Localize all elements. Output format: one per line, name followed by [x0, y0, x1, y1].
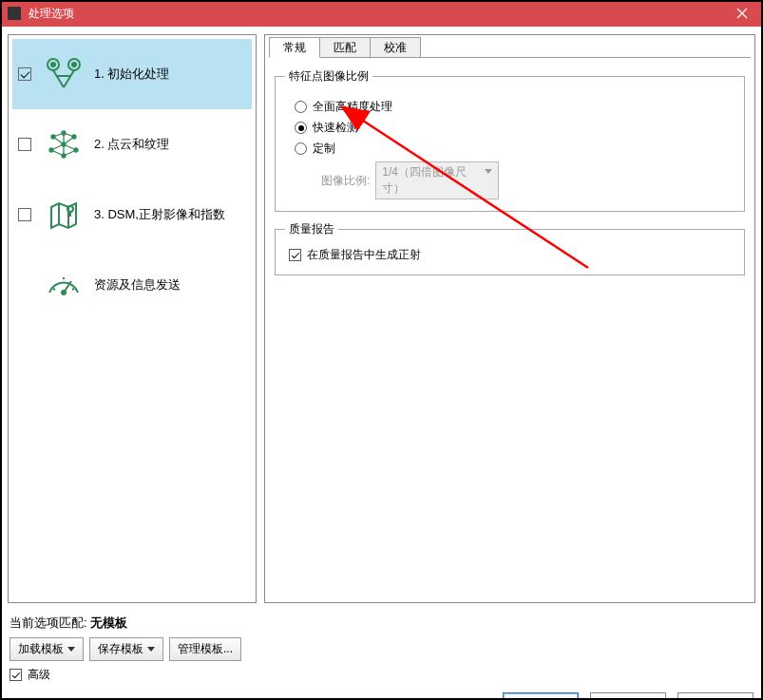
template-match-row: 当前选项匹配: 无模板	[10, 615, 753, 632]
radio-full[interactable]: 全面高精度处理	[295, 99, 734, 115]
svg-line-16	[53, 137, 64, 144]
help-button[interactable]: Help	[677, 692, 753, 700]
tabs: 常规 匹配 校准	[269, 37, 751, 58]
checkbox-icon[interactable]	[289, 249, 301, 261]
sidebar-checkbox[interactable]	[18, 67, 31, 81]
radio-custom[interactable]: 定制	[295, 141, 734, 157]
radio-fast[interactable]: 快速检测	[295, 120, 734, 136]
sidebar-checkbox[interactable]	[18, 138, 31, 151]
radio-label: 定制	[313, 141, 335, 157]
ok-button[interactable]: OK	[503, 692, 579, 700]
radio-icon[interactable]	[295, 101, 307, 113]
image-scale-select[interactable]: 1/4（四倍图像尺寸）	[375, 161, 499, 199]
svg-line-19	[64, 144, 76, 150]
gears-icon	[41, 54, 86, 94]
advanced-checkbox[interactable]	[10, 669, 22, 681]
svg-point-31	[62, 291, 66, 294]
svg-line-24	[51, 150, 64, 156]
image-scale-row: 图像比例: 1/4（四倍图像尺寸）	[321, 161, 734, 199]
sidebar: 1. 初始化处理 2. 点云和纹理 3. DSM,正射影像和指数 资源及信息发送	[8, 34, 257, 603]
match-prefix: 当前选项匹配:	[10, 615, 90, 630]
svg-line-32	[53, 289, 55, 290]
sidebar-item-resources[interactable]: 资源及信息发送	[12, 250, 252, 320]
advanced-row[interactable]: 高级	[10, 667, 753, 683]
svg-line-17	[64, 137, 74, 144]
tab-general[interactable]: 常规	[269, 37, 320, 58]
svg-point-28	[67, 206, 73, 212]
tab-matching[interactable]: 匹配	[319, 37, 371, 58]
tab-calibration[interactable]: 校准	[370, 37, 421, 58]
window-title: 处理选项	[29, 6, 721, 22]
close-icon	[736, 8, 748, 19]
sidebar-item-label: 3. DSM,正射影像和指数	[94, 206, 225, 223]
manage-template-button[interactable]: 管理模板...	[169, 637, 241, 661]
advanced-label: 高级	[28, 667, 50, 683]
dialog-buttons: OK Cancel Help	[0, 692, 763, 700]
quality-group: 质量报告 在质量报告中生成正射	[275, 221, 745, 275]
sidebar-item-label: 1. 初始化处理	[94, 66, 169, 83]
sidebar-checkbox[interactable]	[18, 208, 31, 221]
svg-point-3	[51, 63, 55, 66]
content-panel: 常规 匹配 校准 特征点图像比例 全面高精度处理 快速检测 定制	[264, 34, 755, 603]
titlebar: 处理选项	[0, 0, 763, 27]
checkbox-label: 在质量报告中生成正射	[307, 247, 421, 263]
sidebar-item-label: 2. 点云和纹理	[94, 136, 169, 153]
sidebar-item-pointcloud[interactable]: 2. 点云和纹理	[12, 109, 252, 180]
svg-line-25	[64, 150, 76, 156]
match-value: 无模板	[90, 615, 127, 630]
quality-legend: 质量报告	[285, 221, 338, 237]
chevron-down-icon	[67, 647, 75, 652]
radio-label: 全面高精度处理	[313, 99, 392, 115]
network-icon	[41, 124, 86, 164]
features-legend: 特征点图像比例	[285, 68, 372, 85]
svg-line-33	[72, 289, 74, 290]
sidebar-item-init[interactable]: 1. 初始化处理	[12, 39, 252, 109]
svg-point-5	[72, 63, 76, 66]
radio-label: 快速检测	[313, 120, 358, 136]
save-template-button[interactable]: 保存模板	[89, 637, 163, 661]
chevron-down-icon	[147, 647, 155, 652]
gauge-icon	[41, 265, 86, 305]
svg-line-6	[53, 70, 64, 87]
cancel-button[interactable]: Cancel	[590, 692, 666, 700]
sidebar-item-label: 资源及信息发送	[94, 276, 181, 293]
quality-ortho-row[interactable]: 在质量报告中生成正射	[289, 247, 734, 263]
features-group: 特征点图像比例 全面高精度处理 快速检测 定制 图像比例: 1/4（四倍图像尺寸…	[275, 68, 745, 212]
map-icon	[41, 195, 86, 235]
radio-icon[interactable]	[295, 142, 307, 155]
radio-icon[interactable]	[295, 122, 307, 134]
svg-line-18	[51, 144, 64, 150]
svg-line-7	[64, 70, 74, 87]
load-template-button[interactable]: 加载模板	[10, 637, 84, 661]
image-scale-label: 图像比例:	[321, 173, 370, 189]
app-icon	[8, 7, 21, 20]
sidebar-item-dsm[interactable]: 3. DSM,正射影像和指数	[12, 180, 252, 250]
close-button[interactable]	[721, 0, 763, 27]
footer: 当前选项匹配: 无模板 加载模板 保存模板 管理模板... 高级	[0, 611, 763, 692]
